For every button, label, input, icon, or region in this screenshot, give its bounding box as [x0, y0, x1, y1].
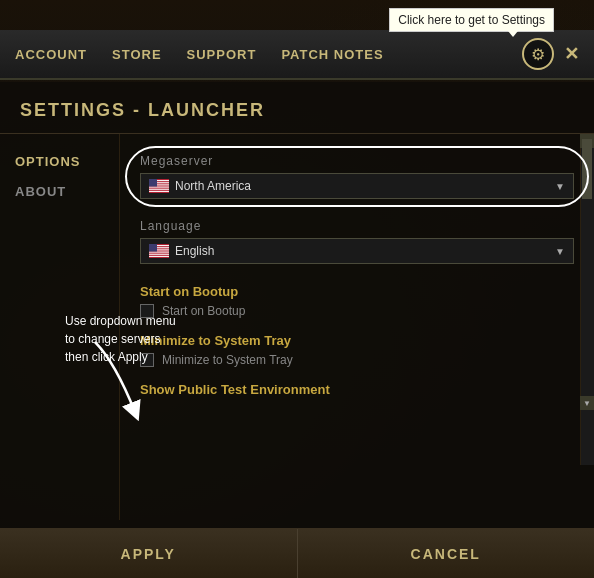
start-bootup-label: Start on Bootup — [162, 304, 245, 318]
nav-item-support[interactable]: SUPPORT — [187, 47, 257, 62]
nav-right: ⚙ ✕ — [522, 38, 579, 70]
start-bootup-title: Start on Bootup — [140, 284, 574, 299]
megaserver-value: North America — [175, 179, 555, 193]
nav-item-account[interactable]: ACCOUNT — [15, 47, 87, 62]
settings-content: Megaserver — [120, 134, 594, 520]
svg-rect-13 — [149, 254, 169, 255]
nav-items: ACCOUNT STORE SUPPORT PATCH NOTES — [15, 47, 522, 62]
minimize-tray-title: Minimize to System Tray — [140, 333, 574, 348]
megaserver-section: Megaserver — [140, 154, 574, 199]
language-select[interactable]: English ▼ — [140, 238, 574, 264]
megaserver-label: Megaserver — [140, 154, 574, 168]
svg-rect-15 — [149, 244, 157, 252]
scroll-thumb[interactable] — [582, 139, 592, 199]
megaserver-dropdown-arrow: ▼ — [555, 181, 565, 192]
gear-icon: ⚙ — [531, 45, 545, 64]
us-flag-icon — [149, 179, 169, 193]
settings-tooltip: Click here to get to Settings — [389, 8, 554, 32]
minimize-tray-row: Minimize to System Tray — [140, 353, 574, 367]
svg-rect-5 — [149, 189, 169, 190]
sidebar-options-section: OPTIONS — [15, 154, 104, 169]
settings-panel: SETTINGS - LAUNCHER OPTIONS ABOUT Megase… — [0, 82, 594, 578]
svg-rect-4 — [149, 187, 169, 188]
en-flag-icon — [149, 244, 169, 258]
svg-rect-12 — [149, 252, 169, 253]
close-icon: ✕ — [564, 44, 579, 64]
bottom-buttons: APPLY CANCEL — [0, 528, 594, 578]
language-section: Language — [140, 219, 574, 264]
app-container: Click here to get to Settings ACCOUNT ST… — [0, 0, 594, 578]
minimize-tray-checkbox[interactable] — [140, 353, 154, 367]
svg-rect-14 — [149, 256, 169, 257]
nav-item-patch-notes[interactable]: PATCH NOTES — [281, 47, 383, 62]
start-bootup-row: Start on Bootup — [140, 304, 574, 318]
scroll-down-button[interactable]: ▼ — [580, 396, 594, 410]
settings-sidebar: OPTIONS ABOUT — [0, 134, 120, 520]
language-value: English — [175, 244, 555, 258]
pte-section: Show Public Test Environment — [140, 382, 574, 397]
svg-rect-6 — [149, 191, 169, 192]
sidebar-options-label[interactable]: OPTIONS — [15, 154, 104, 169]
minimize-tray-label: Minimize to System Tray — [162, 353, 293, 367]
close-button[interactable]: ✕ — [564, 43, 579, 65]
sidebar-about-label[interactable]: ABOUT — [15, 184, 104, 199]
nav-item-store[interactable]: STORE — [112, 47, 162, 62]
start-on-bootup-section: Start on Bootup Start on Bootup — [140, 284, 574, 318]
language-label: Language — [140, 219, 574, 233]
megaserver-select[interactable]: North America ▼ — [140, 173, 574, 199]
svg-rect-7 — [149, 179, 157, 187]
scroll-track: ▲ ▼ — [580, 134, 594, 465]
apply-button[interactable]: APPLY — [0, 529, 298, 578]
minimize-tray-section: Minimize to System Tray Minimize to Syst… — [140, 333, 574, 367]
nav-bar: ACCOUNT STORE SUPPORT PATCH NOTES ⚙ ✕ — [0, 30, 594, 80]
settings-title: SETTINGS - LAUNCHER — [0, 82, 594, 134]
start-bootup-checkbox[interactable] — [140, 304, 154, 318]
gear-button[interactable]: ⚙ — [522, 38, 554, 70]
language-dropdown-arrow: ▼ — [555, 246, 565, 257]
settings-body: OPTIONS ABOUT Megaserver — [0, 134, 594, 520]
pte-title: Show Public Test Environment — [140, 382, 574, 397]
cancel-button[interactable]: CANCEL — [298, 529, 595, 578]
main-content: SETTINGS - LAUNCHER OPTIONS ABOUT Megase… — [0, 82, 594, 578]
